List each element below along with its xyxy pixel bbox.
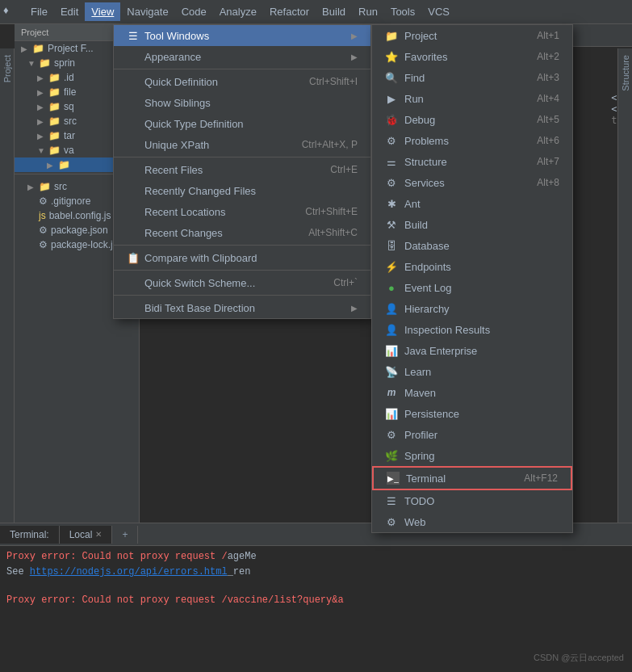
menu-item-recently-changed[interactable]: Recently Changed Files bbox=[114, 180, 370, 201]
submenu-label: Find bbox=[404, 72, 425, 84]
submenu-item-project[interactable]: 📁 Project Alt+1 bbox=[372, 25, 572, 46]
submenu-item-java-enterprise[interactable]: 📊 Java Enterprise bbox=[372, 340, 572, 361]
inspection-icon: 👤 bbox=[385, 323, 398, 336]
terminal-line-2: See https://nodejs.org/api/errors.html_r… bbox=[6, 565, 626, 580]
submenu-item-persistence[interactable]: 📊 Persistence bbox=[372, 403, 572, 424]
menu-run[interactable]: Run bbox=[352, 2, 384, 21]
menu-item-recent-locations[interactable]: Recent Locations Ctrl+Shift+E bbox=[114, 201, 370, 222]
folder-icon: 📁 bbox=[39, 181, 51, 192]
submenu-item-maven[interactable]: m Maven bbox=[372, 382, 572, 403]
spring-icon: 🌿 bbox=[385, 449, 398, 462]
menu-item-appearance[interactable]: Appearance ▶ bbox=[114, 46, 370, 67]
tree-arrow: ▶ bbox=[47, 161, 55, 170]
menu-navigate[interactable]: Navigate bbox=[120, 2, 174, 21]
submenu-item-terminal[interactable]: ▶_ Terminal Alt+F12 bbox=[372, 466, 572, 490]
watermark: CSDN @云日accepted bbox=[534, 652, 624, 664]
file-js-icon: js bbox=[39, 210, 46, 221]
menu-code[interactable]: Code bbox=[175, 2, 213, 21]
submenu-label: Project bbox=[404, 30, 437, 42]
structure-side-label[interactable]: Structure bbox=[619, 52, 632, 94]
services-icon: ⚙ bbox=[385, 176, 398, 189]
submenu-item-web[interactable]: ⚙ Web bbox=[372, 511, 572, 532]
menu-analyze[interactable]: Analyze bbox=[213, 2, 263, 21]
submenu-item-ant[interactable]: ✱ Ant bbox=[372, 193, 572, 214]
submenu-item-services[interactable]: ⚙ Services Alt+8 bbox=[372, 172, 572, 193]
menu-item-show-siblings[interactable]: Show Siblings bbox=[114, 92, 370, 113]
menu-refactor[interactable]: Refactor bbox=[263, 2, 316, 21]
tab-close-button[interactable]: ✕ bbox=[95, 530, 102, 539]
tree-label: va bbox=[64, 145, 74, 156]
error-link[interactable]: https://nodejs.org/api/errors.html bbox=[30, 566, 228, 578]
shortcut-text: Ctrl+Alt+X, P bbox=[302, 139, 358, 150]
menu-item-quick-definition[interactable]: Quick Definition Ctrl+Shift+I bbox=[114, 71, 370, 92]
terminal-tab-add[interactable]: + bbox=[112, 526, 138, 544]
menu-item-label: Quick Type Definition bbox=[144, 118, 244, 130]
menu-item-compare-clipboard[interactable]: 📋 Compare with Clipboard bbox=[114, 247, 370, 268]
submenu-arrow: ▶ bbox=[351, 52, 358, 61]
submenu-label: Spring bbox=[404, 450, 435, 462]
terminal-tab-label[interactable]: Terminal: bbox=[0, 526, 60, 544]
menu-item-label: Show Siblings bbox=[144, 97, 211, 109]
bidi-icon bbox=[127, 301, 140, 314]
menu-file[interactable]: File bbox=[24, 2, 54, 21]
submenu-item-event-log[interactable]: ● Event Log bbox=[372, 277, 572, 298]
bottom-panel: Terminal: Local ✕ + Proxy error: Could n… bbox=[0, 523, 632, 672]
menu-vcs[interactable]: VCS bbox=[421, 2, 456, 21]
menu-item-recent-files[interactable]: Recent Files Ctrl+E bbox=[114, 159, 370, 180]
submenu-label: Web bbox=[404, 516, 426, 528]
submenu-item-structure[interactable]: ⚌ Structure Alt+7 bbox=[372, 151, 572, 172]
menu-item-quick-type[interactable]: Quick Type Definition bbox=[114, 113, 370, 134]
menu-view[interactable]: View bbox=[85, 2, 120, 21]
submenu-label: Maven bbox=[404, 387, 436, 399]
submenu-item-profiler[interactable]: ⚙ Profiler bbox=[372, 424, 572, 445]
menu-build[interactable]: Build bbox=[316, 2, 352, 21]
submenu-arrow: ▶ bbox=[351, 304, 358, 313]
error-text-2: Proxy error: Could not proxy request /va… bbox=[6, 594, 344, 606]
submenu-item-build[interactable]: ⚒ Build bbox=[372, 214, 572, 235]
recent-files-icon bbox=[127, 163, 140, 176]
submenu-item-todo[interactable]: ☰ TODO bbox=[372, 490, 572, 511]
menu-item-unique-xpath[interactable]: Unique XPath Ctrl+Alt+X, P bbox=[114, 134, 370, 155]
menu-item-quick-switch[interactable]: Quick Switch Scheme... Ctrl+` bbox=[114, 272, 370, 293]
menu-item-tool-windows[interactable]: ☰ Tool Windows ▶ bbox=[114, 25, 370, 46]
menu-item-recent-changes[interactable]: Recent Changes Alt+Shift+C bbox=[114, 222, 370, 243]
menu-item-label: Bidi Text Base Direction bbox=[144, 302, 255, 314]
folder-icon: 📁 bbox=[48, 116, 61, 127]
submenu-item-endpoints[interactable]: ⚡ Endpoints bbox=[372, 256, 572, 277]
menu-item-bidi-text[interactable]: Bidi Text Base Direction ▶ bbox=[114, 297, 370, 318]
menu-item-label: Appearance bbox=[144, 51, 201, 63]
submenu-label: Terminal bbox=[406, 472, 446, 485]
submenu-label: TODO bbox=[404, 495, 434, 507]
menu-item-label: Quick Definition bbox=[144, 76, 218, 88]
submenu-item-favorites[interactable]: ⭐ Favorites Alt+2 bbox=[372, 46, 572, 67]
submenu-item-hierarchy[interactable]: 👤 Hierarchy bbox=[372, 298, 572, 319]
tree-label: src bbox=[64, 116, 77, 127]
learn-icon: 📡 bbox=[385, 365, 398, 378]
file-json-icon: ⚙ bbox=[39, 225, 48, 236]
tree-label: .gitignore bbox=[51, 195, 90, 207]
menu-tools[interactable]: Tools bbox=[384, 2, 421, 21]
submenu-label: Learn bbox=[404, 366, 431, 378]
submenu-item-learn[interactable]: 📡 Learn bbox=[372, 361, 572, 382]
normal-text-3: _ren bbox=[228, 566, 251, 578]
submenu-item-spring[interactable]: 🌿 Spring bbox=[372, 445, 572, 466]
folder-icon: 📁 bbox=[48, 145, 61, 156]
database-icon: 🗄 bbox=[385, 239, 398, 252]
menu-edit[interactable]: Edit bbox=[54, 2, 85, 21]
terminal-tab-local[interactable]: Local ✕ bbox=[60, 526, 113, 544]
maven-icon: m bbox=[385, 386, 398, 399]
submenu-item-problems[interactable]: ⚙ Problems Alt+6 bbox=[372, 130, 572, 151]
submenu-item-inspection[interactable]: 👤 Inspection Results bbox=[372, 319, 572, 340]
terminal-line-4: Proxy error: Could not proxy request /va… bbox=[6, 593, 626, 608]
tree-arrow: ▶ bbox=[37, 88, 45, 97]
project-side-label[interactable]: Project bbox=[1, 52, 14, 86]
submenu-item-debug[interactable]: 🐞 Debug Alt+5 bbox=[372, 109, 572, 130]
submenu-item-database[interactable]: 🗄 Database bbox=[372, 235, 572, 256]
submenu-item-run[interactable]: ▶ Run Alt+4 bbox=[372, 88, 572, 109]
shortcut-text: Alt+Shift+C bbox=[308, 227, 358, 238]
submenu-item-find[interactable]: 🔍 Find Alt+3 bbox=[372, 67, 572, 88]
folder-icon: 📁 bbox=[48, 101, 61, 112]
shortcut-text: Ctrl+E bbox=[330, 164, 358, 175]
ant-icon: ✱ bbox=[385, 197, 398, 210]
profiler-icon: ⚙ bbox=[385, 428, 398, 441]
